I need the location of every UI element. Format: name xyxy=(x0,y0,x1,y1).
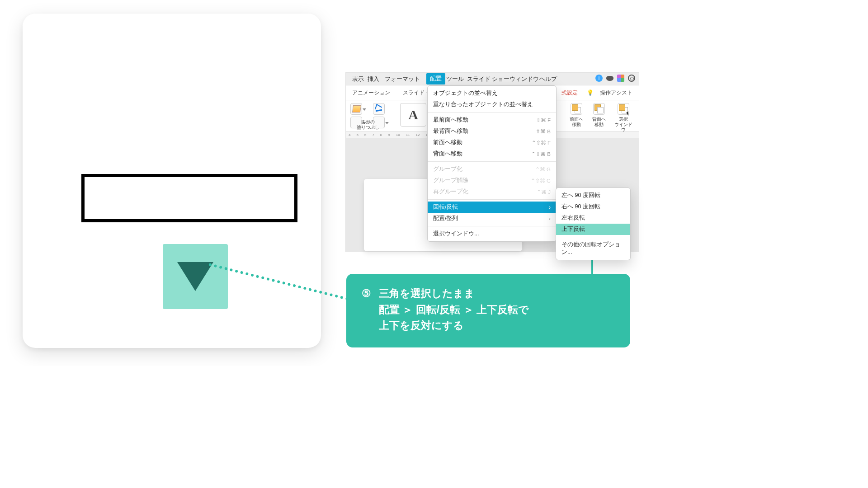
tab-tell-me[interactable]: 操作アシスト xyxy=(594,89,639,97)
shape-fill-button[interactable] xyxy=(350,103,362,115)
tab-animation[interactable]: アニメーション xyxy=(346,89,396,97)
menu-item-group: グループ化⌃⌘ G xyxy=(428,164,556,175)
triangle-icon xyxy=(177,262,213,291)
submenu-rotate-right[interactable]: 右へ 90 度回転 xyxy=(556,201,630,212)
menu-slideshow[interactable]: スライド ショー xyxy=(467,75,509,83)
menu-format[interactable]: フォーマット xyxy=(385,75,420,83)
menu-item-bring-to-front[interactable]: 最前面へ移動⇧⌘ F xyxy=(428,114,556,126)
send-backward-button[interactable] xyxy=(593,103,605,115)
cloud-icon[interactable] xyxy=(606,76,613,81)
menu-item-regroup: 再グループ化⌃⌘ J xyxy=(428,186,556,197)
instruction-callout: ⑤三角を選択したまま 配置 ＞ 回転/反転 ＞ 上下反転で 上下を反対にする xyxy=(346,274,630,347)
menu-item-send-to-back[interactable]: 最背面へ移動⇧⌘ B xyxy=(428,126,556,137)
palette-icon[interactable] xyxy=(617,75,624,82)
menu-item-send-backward[interactable]: 背面へ移動⌃⇧⌘ B xyxy=(428,148,556,160)
menu-help[interactable]: ヘルプ xyxy=(539,75,557,83)
submenu-flip-horizontal[interactable]: 左右反転 xyxy=(556,212,630,224)
submenu-rotate-left[interactable]: 左へ 90 度回転 xyxy=(556,190,630,201)
callout-line-2: 配置 ＞ 回転/反転 ＞ 上下反転で xyxy=(379,302,529,318)
selection-pane-label: 選択 ウインドウ xyxy=(613,117,634,132)
submenu-flip-vertical[interactable]: 上下反転 xyxy=(556,224,630,235)
menu-bar: 表示 挿入 フォーマット 配置 ツール スライド ショー ウィンドウ ヘルプ i xyxy=(346,73,639,85)
step-number: ⑤ xyxy=(362,286,379,302)
menu-item-align[interactable]: 配置/整列› xyxy=(428,213,556,224)
callout-line-1: 三角を選択したまま xyxy=(379,286,475,302)
illustration-card xyxy=(23,14,321,348)
menu-window[interactable]: ウィンドウ xyxy=(509,75,539,83)
menu-item-selection-window[interactable]: 選択ウインドウ... xyxy=(428,228,556,239)
selection-pane-button[interactable] xyxy=(618,103,629,115)
rotate-submenu: 左へ 90 度回転 右へ 90 度回転 左右反転 上下反転 その他の回転オプショ… xyxy=(556,188,631,260)
rectangle-shape xyxy=(81,174,297,222)
menu-item-reorder-overlap[interactable]: 重なり合ったオブジェクトの並べ替え xyxy=(428,99,556,110)
app-screenshot: 表示 挿入 フォーマット 配置 ツール スライド ショー ウィンドウ ヘルプ i… xyxy=(345,72,639,252)
record-icon[interactable] xyxy=(628,75,635,82)
arrange-menu: オブジェクトの並べ替え 重なり合ったオブジェクトの並べ替え 最前面へ移動⇧⌘ F… xyxy=(427,85,557,242)
shape-fill-label: 図形の 塗りつぶし xyxy=(348,119,388,130)
callout-line-3: 上下を反対にする xyxy=(379,318,464,334)
menu-view[interactable]: 表示 xyxy=(352,75,364,83)
bring-forward-label: 前面へ 移動 xyxy=(567,117,585,127)
send-backward-label: 背面へ 移動 xyxy=(590,117,608,127)
menu-item-ungroup: グループ解除⌃⇧⌘ G xyxy=(428,175,556,186)
tab-shape-format[interactable]: 式設定 xyxy=(555,89,584,97)
info-icon[interactable]: i xyxy=(595,75,603,82)
menu-tools[interactable]: ツール xyxy=(446,75,464,83)
submenu-more-rotation[interactable]: その他の回転オプション... xyxy=(556,239,630,258)
lightbulb-icon: 💡 xyxy=(587,89,594,96)
menu-item-rotate-flip[interactable]: 回転/反転› xyxy=(428,202,556,213)
triangle-selected-shape xyxy=(163,244,228,309)
text-style-button[interactable]: A xyxy=(400,103,426,127)
menu-arrange-active[interactable]: 配置 xyxy=(426,73,445,84)
menu-insert[interactable]: 挿入 xyxy=(368,75,379,83)
bring-forward-button[interactable] xyxy=(571,103,582,115)
shape-outline-button[interactable] xyxy=(373,103,385,115)
menu-item-bring-forward[interactable]: 前面へ移動⌃⇧⌘ F xyxy=(428,137,556,148)
menu-item-reorder[interactable]: オブジェクトの並べ替え xyxy=(428,88,556,99)
